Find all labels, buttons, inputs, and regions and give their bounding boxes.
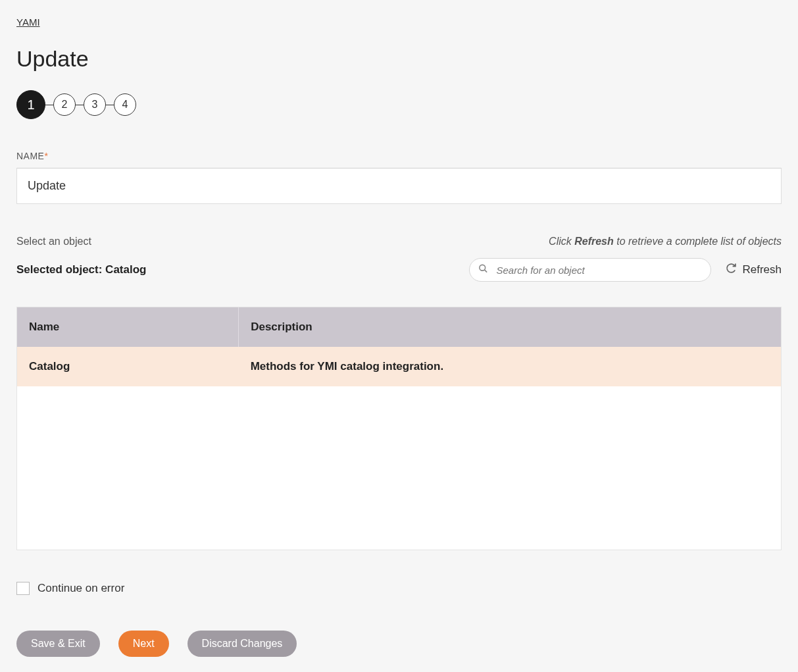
step-1[interactable]: 1 [16,90,45,119]
selected-object-prefix: Selected object: [16,263,105,276]
refresh-hint-suffix: to retrieve a complete list of objects [614,236,782,247]
step-3[interactable]: 3 [84,93,106,116]
table-row[interactable]: Catalog Methods for YMI catalog integrat… [17,347,781,386]
stepper: 1 2 3 4 [16,90,782,119]
step-2[interactable]: 2 [53,93,76,116]
refresh-hint-prefix: Click [549,236,574,247]
table-cell-name: Catalog [17,347,239,386]
refresh-button[interactable]: Refresh [726,263,782,277]
select-object-label: Select an object [16,236,91,247]
selected-object: Selected object: Catalog [16,263,146,276]
svg-line-1 [485,270,487,272]
step-connector [45,105,53,105]
step-connector [76,105,84,105]
name-field-label: NAME* [16,151,782,161]
page-title: Update [16,46,782,72]
object-table: Name Description Catalog Methods for YMI… [16,307,782,550]
table-header-name[interactable]: Name [17,307,239,347]
selected-object-value: Catalog [105,263,146,276]
step-connector [106,105,114,105]
svg-point-0 [480,265,486,271]
search-wrap [469,258,711,282]
discard-button[interactable]: Discard Changes [187,631,297,657]
refresh-hint: Click Refresh to retrieve a complete lis… [549,236,782,247]
continue-on-error-checkbox[interactable] [16,582,30,595]
table-cell-description: Methods for YMI catalog integration. [239,347,781,386]
search-input[interactable] [469,258,711,282]
save-exit-button[interactable]: Save & Exit [16,631,100,657]
name-input[interactable] [16,168,782,204]
refresh-button-label: Refresh [742,263,782,276]
refresh-icon [726,263,737,277]
continue-on-error-label: Continue on error [37,582,124,595]
footer-buttons: Save & Exit Next Discard Changes [16,631,782,657]
required-marker: * [44,151,48,161]
name-label-text: NAME [16,151,44,161]
breadcrumb[interactable]: YAMI [16,16,40,28]
search-icon [478,264,488,276]
refresh-hint-strong: Refresh [574,236,614,247]
next-button[interactable]: Next [118,631,169,657]
table-header-description[interactable]: Description [239,307,781,347]
step-4[interactable]: 4 [114,93,136,116]
